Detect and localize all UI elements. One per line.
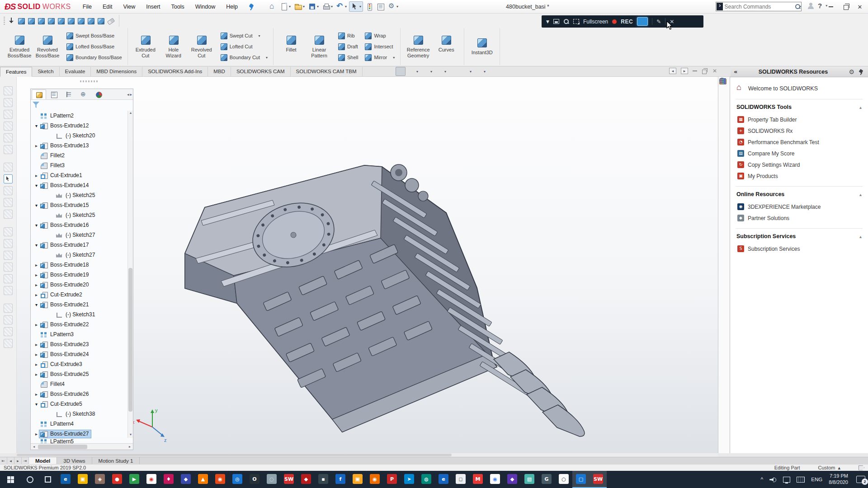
docked-tool-icon[interactable] — [4, 286, 13, 295]
command-tab[interactable]: SOLIDWORKS Add-Ins — [142, 67, 208, 76]
status-unit-system[interactable]: Custom▴ — [818, 465, 840, 471]
ribbon-big-button[interactable]: Hole Wizard — [160, 33, 188, 61]
recorder-draw-icon[interactable]: ✎ — [656, 19, 661, 25]
feature-tree-item[interactable]: Boss-Extrude20 — [31, 280, 133, 290]
docked-tool-icon[interactable] — [4, 274, 13, 283]
taskbar-app-button[interactable]: ▶ — [126, 471, 143, 488]
feature-tree-item[interactable]: Fillet2 — [31, 150, 133, 160]
feature-tree-item[interactable]: LPattern3 — [31, 329, 133, 339]
tree-vertical-scrollbar[interactable]: ▴ ▾ — [127, 111, 133, 438]
doc-minimize-icon[interactable] — [693, 70, 697, 71]
task-pane-link[interactable]: +SOLIDWORKS Rx — [736, 125, 862, 136]
expand-arrow-icon[interactable] — [33, 272, 39, 277]
view-tool-button[interactable] — [350, 67, 360, 76]
feature-tree-item[interactable]: Boss-Extrude14 — [31, 180, 133, 190]
expand-arrow-icon[interactable] — [33, 342, 39, 347]
command-tab[interactable]: MBD — [208, 67, 231, 76]
taskbar-app-button[interactable]: ◆ — [177, 471, 194, 488]
docked-tool-icon[interactable] — [4, 122, 13, 131]
ribbon-stack-button[interactable]: Lofted Boss/Base — [64, 42, 124, 51]
toolbar-icon[interactable] — [77, 17, 85, 25]
section-header[interactable]: Online Resources ▴ — [736, 190, 862, 201]
tree-horizontal-scrollbar[interactable]: ◂ ▸ — [31, 443, 133, 450]
taskbar-app-button[interactable]: f — [332, 471, 349, 488]
file-properties-button[interactable] — [375, 2, 386, 11]
feature-tree-item[interactable]: (-) Sketch31 — [31, 310, 133, 319]
tab-nav-icon[interactable]: ⇥ — [22, 457, 29, 464]
rebuild-button[interactable] — [364, 2, 374, 11]
panel-drag-handle[interactable] — [80, 80, 98, 82]
ribbon-stack-button[interactable]: Intersect — [363, 42, 396, 51]
scrollbar-thumb[interactable] — [17, 454, 452, 456]
feature-tree-item[interactable]: Boss-Extrude13 — [31, 141, 133, 150]
language-indicator[interactable]: ENG — [811, 477, 822, 482]
expand-arrow-icon[interactable] — [33, 392, 39, 397]
docked-tool-icon[interactable] — [4, 210, 13, 219]
command-tab[interactable]: Sketch — [32, 67, 59, 76]
view-tool-button[interactable] — [396, 67, 406, 76]
task-pane-link[interactable]: ▦Property Tab Builder — [736, 114, 862, 125]
expand-arrow-icon[interactable] — [33, 143, 39, 148]
fullscreen-label[interactable]: Fullscreen — [583, 19, 608, 25]
ribbon-big-button[interactable]: Extruded Boss/Base — [5, 33, 33, 61]
feature-tree-item[interactable]: Cut-Extrude3 — [31, 359, 133, 369]
restore-button[interactable] — [839, 1, 852, 12]
command-tab[interactable]: SOLIDWORKS CAM — [231, 67, 291, 76]
taskbar-app-button[interactable]: ◎ — [229, 471, 246, 488]
search-input[interactable] — [725, 4, 795, 10]
network-icon[interactable] — [783, 477, 790, 483]
scroll-up-icon[interactable]: ▴ — [128, 111, 133, 116]
task-pane-link[interactable]: ▤Compare My Score — [736, 148, 862, 159]
docked-tool-icon[interactable] — [4, 133, 13, 142]
taskbar-app-button[interactable]: SW — [590, 471, 607, 488]
ribbon-stack-button[interactable]: Lofted Cut — [218, 42, 269, 51]
section-header[interactable]: Subscription Services ▴ — [736, 232, 862, 243]
expand-arrow-icon[interactable] — [33, 123, 39, 128]
expand-arrow-icon[interactable] — [33, 322, 39, 327]
task-pane-link[interactable]: ▣My Products — [736, 170, 862, 182]
toolbar-icon[interactable] — [17, 17, 26, 25]
model-tab[interactable]: 3D Views — [57, 457, 92, 464]
feature-tree-item[interactable]: (-) Sketch25 — [31, 190, 133, 200]
feature-tree-item[interactable]: (-) Sketch27 — [31, 250, 133, 260]
ribbon-stack-button[interactable]: Wrap — [363, 31, 396, 40]
graphics-horizontal-scrollbar[interactable] — [17, 453, 718, 457]
menu-item[interactable]: View — [118, 1, 141, 13]
taskbar-app-button[interactable]: ◆ — [504, 471, 521, 488]
taskbar-app-button[interactable]: M — [469, 471, 486, 488]
pane-pin-icon[interactable] — [858, 69, 864, 75]
task-pane-link[interactable]: SSubscription Services — [736, 243, 862, 254]
toolbar-icon[interactable] — [67, 17, 75, 25]
expand-arrow-icon[interactable] — [33, 372, 39, 377]
ribbon-stack-button[interactable]: Draft — [336, 42, 360, 51]
view-tool-button[interactable] — [373, 67, 383, 76]
window-next-icon[interactable]: ▸ — [681, 68, 688, 74]
ribbon-big-button[interactable]: Instant3D — [468, 35, 496, 57]
ribbon-stack-button[interactable]: Boundary Boss/Base — [64, 53, 124, 62]
toolbar-icon[interactable] — [7, 17, 16, 25]
docked-tool-icon[interactable] — [4, 327, 13, 336]
toolbar-icon[interactable] — [87, 17, 95, 25]
toolbar-icon[interactable] — [37, 17, 46, 25]
taskbar-app-button[interactable]: e — [57, 471, 74, 488]
taskbar-app-button[interactable]: SW — [280, 471, 297, 488]
expand-arrow-icon[interactable] — [33, 362, 39, 367]
expand-arrow-icon[interactable] — [33, 243, 39, 248]
rec-label[interactable]: REC — [621, 19, 633, 25]
ribbon-big-button[interactable]: Linear Pattern — [305, 33, 333, 61]
taskbar-app-button[interactable]: O — [246, 471, 263, 488]
feature-tree-item[interactable]: LPattern5 — [31, 439, 133, 443]
docked-tool-icon[interactable] — [4, 86, 13, 95]
taskbar-app-button[interactable]: ▧ — [521, 471, 538, 488]
taskbar-app-button[interactable]: ◉ — [143, 471, 160, 488]
docked-tool-icon[interactable] — [4, 110, 13, 119]
search-icon[interactable] — [795, 4, 799, 9]
command-tab[interactable]: Evaluate — [60, 67, 91, 76]
taskbar-app-button[interactable]: ◉ — [486, 471, 504, 488]
taskbar-app-button[interactable]: ◆ — [297, 471, 315, 488]
view-tool-button[interactable] — [362, 67, 372, 76]
task-pane-link[interactable]: ◆Partner Solutions — [736, 212, 862, 224]
ribbon-big-button[interactable]: Curves — [432, 33, 460, 61]
menu-item[interactable]: Edit — [97, 1, 118, 13]
toolbar-icon[interactable] — [97, 17, 105, 25]
